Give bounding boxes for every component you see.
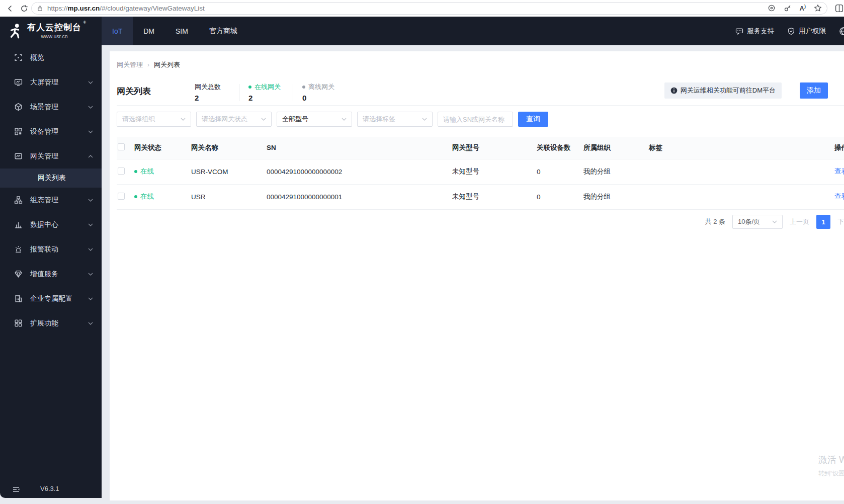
table-header-row: 网关状态 网关名称 SN 网关型号 关联设备数 所属组织 标签 操作 bbox=[117, 137, 844, 159]
tab-mall[interactable]: 官方商城 bbox=[199, 17, 248, 45]
breadcrumb-item-gateway-mgmt[interactable]: 网关管理 bbox=[117, 60, 143, 69]
chevron-up-icon bbox=[88, 155, 93, 158]
breadcrumb: 网关管理 › 网关列表 bbox=[117, 60, 180, 69]
org-select[interactable]: 请选择组织 bbox=[117, 112, 191, 127]
device-count: 0 bbox=[536, 184, 582, 209]
sidebar-item-gateway[interactable]: 网关管理 bbox=[0, 144, 102, 169]
sidebar: 概览 大屏管理 场景管理 设备管理 网关管理 网关列表 组态管理 数据中心 报警… bbox=[0, 45, 102, 498]
sidebar-label: 扩展功能 bbox=[30, 319, 88, 328]
table-row: 在线 USR 00004291000000000001 未知型号 0 我的分组 … bbox=[117, 184, 844, 209]
tab-iot[interactable]: IoT bbox=[102, 17, 133, 45]
sidebar-item-device[interactable]: 设备管理 bbox=[0, 119, 102, 144]
gateway-model: 未知型号 bbox=[451, 159, 536, 184]
sidebar-item-alarm[interactable]: 报警联动 bbox=[0, 237, 102, 262]
sidebar-label: 数据中心 bbox=[30, 220, 88, 229]
current-page-button[interactable]: 1 bbox=[816, 215, 830, 229]
sidebar-item-extensions[interactable]: 扩展功能 bbox=[0, 311, 102, 335]
sidebar-item-enterprise[interactable]: 企业专属配置 bbox=[0, 286, 102, 311]
browser-back-icon[interactable] bbox=[6, 5, 14, 13]
view-link[interactable]: 查看 bbox=[834, 167, 844, 175]
status-badge: 在线 bbox=[134, 159, 189, 184]
collapse-menu-icon[interactable] bbox=[12, 485, 20, 493]
organization: 我的分组 bbox=[582, 184, 648, 209]
sidebar-label: 大屏管理 bbox=[30, 78, 88, 87]
breadcrumb-item-gateway-list: 网关列表 bbox=[154, 60, 180, 69]
chevron-down-icon bbox=[88, 223, 93, 226]
user-permission-button[interactable]: 用户权限 bbox=[787, 27, 826, 36]
sidebar-label: 报警联动 bbox=[30, 245, 88, 254]
col-model: 网关型号 bbox=[451, 137, 536, 159]
favorite-star-icon[interactable] bbox=[814, 4, 822, 12]
dm-notice-text: 网关运维相关功能可前往DM平台 bbox=[681, 86, 776, 95]
logo-subtitle: www.usr.cn bbox=[27, 33, 81, 39]
stat-offline: 离线网关 0 bbox=[302, 82, 337, 102]
sidebar-footer: V6.3.1 bbox=[0, 485, 102, 494]
col-gateway-status: 网关状态 bbox=[133, 137, 190, 159]
browser-toolbar: https://mp.usr.cn/#/cloud/gateway/ViewGa… bbox=[0, 0, 844, 17]
stat-online-value: 2 bbox=[248, 94, 284, 102]
query-button[interactable]: 查询 bbox=[518, 112, 548, 127]
registered-mark: ® bbox=[83, 21, 86, 24]
sn-search-input[interactable] bbox=[438, 112, 513, 127]
sidebar-item-value-added[interactable]: 增值服务 bbox=[0, 262, 102, 286]
gateway-stats: 网关总数 2 在线网关 2 离线网关 0 bbox=[195, 82, 337, 102]
sidebar-item-datacenter[interactable]: 数据中心 bbox=[0, 212, 102, 237]
col-device-count: 关联设备数 bbox=[536, 137, 582, 159]
sidebar-subitem-gateway-list[interactable]: 网关列表 bbox=[0, 169, 102, 188]
page-size-select[interactable]: 10条/页 bbox=[732, 215, 783, 229]
tab-sim[interactable]: SIM bbox=[165, 17, 199, 45]
title-row-actions: 网关运维相关功能可前往DM平台 添加 bbox=[664, 82, 828, 99]
app-version: V6.3.1 bbox=[40, 485, 59, 492]
organization: 我的分组 bbox=[582, 159, 648, 184]
pagination-total: 共 2 条 bbox=[705, 217, 725, 226]
password-key-icon[interactable] bbox=[784, 4, 792, 12]
brand-logo[interactable]: 有人云控制台 ® www.usr.cn bbox=[0, 17, 102, 45]
add-gateway-button[interactable]: 添加 bbox=[800, 82, 828, 99]
page-title: 网关列表 bbox=[117, 86, 151, 97]
row-checkbox[interactable] bbox=[118, 193, 125, 200]
gem-icon bbox=[14, 270, 23, 278]
sidebar-item-scene[interactable]: 场景管理 bbox=[0, 95, 102, 119]
online-dot-icon bbox=[134, 195, 137, 198]
stat-total-value: 2 bbox=[195, 94, 230, 102]
prev-page-button[interactable]: 上一页 bbox=[790, 217, 809, 226]
address-bar[interactable]: https://mp.usr.cn/#/cloud/gateway/ViewGa… bbox=[31, 2, 827, 15]
stat-divider bbox=[293, 84, 293, 101]
tracking-prevention-icon[interactable] bbox=[768, 4, 776, 12]
service-support-label: 服务支持 bbox=[747, 27, 774, 36]
sidebar-sublabel: 网关列表 bbox=[38, 174, 66, 183]
user-permission-label: 用户权限 bbox=[799, 27, 826, 36]
sidebar-label: 企业专属配置 bbox=[30, 294, 88, 303]
tab-dm[interactable]: DM bbox=[133, 17, 165, 45]
sidebar-label: 网关管理 bbox=[30, 152, 88, 161]
chevron-down-icon bbox=[772, 220, 777, 223]
table-row: 在线 USR-VCOM 00004291000000000002 未知型号 0 … bbox=[117, 159, 844, 184]
col-gateway-name: 网关名称 bbox=[190, 137, 266, 159]
online-dot-icon bbox=[248, 86, 251, 89]
read-aloud-icon[interactable]: A) bbox=[800, 4, 806, 12]
select-all-checkbox[interactable] bbox=[118, 143, 125, 150]
next-page-button[interactable]: 下一页 bbox=[837, 217, 844, 226]
browser-extra-icon[interactable] bbox=[835, 4, 843, 13]
screen-icon bbox=[14, 78, 23, 87]
offline-dot-icon bbox=[302, 86, 305, 89]
chevron-down-icon bbox=[88, 297, 93, 300]
model-select[interactable]: 全部型号 bbox=[277, 112, 352, 127]
service-support-button[interactable]: 服务支持 bbox=[735, 27, 774, 36]
overview-icon bbox=[14, 53, 23, 62]
sidebar-item-overview[interactable]: 概览 bbox=[0, 45, 102, 70]
sidebar-item-configuration[interactable]: 组态管理 bbox=[0, 188, 102, 212]
content-card: 网关管理 › 网关列表 网关列表 网关总数 2 在线网关 2 离线网关 0 bbox=[110, 51, 844, 500]
sidebar-item-bigscreen[interactable]: 大屏管理 bbox=[0, 70, 102, 95]
tag-select[interactable]: 请选择标签 bbox=[357, 112, 433, 127]
col-tag: 标签 bbox=[648, 137, 833, 159]
building-icon bbox=[14, 294, 23, 303]
url-text: https://mp.usr.cn/#/cloud/gateway/ViewGa… bbox=[47, 5, 205, 12]
globe-icon[interactable] bbox=[839, 27, 844, 36]
sidebar-label: 设备管理 bbox=[30, 127, 88, 136]
chat-icon bbox=[735, 27, 743, 35]
row-checkbox[interactable] bbox=[118, 167, 125, 175]
view-link[interactable]: 查看 bbox=[834, 193, 844, 200]
gateway-status-select[interactable]: 请选择网关状态 bbox=[196, 112, 272, 127]
browser-refresh-icon[interactable] bbox=[20, 5, 28, 13]
